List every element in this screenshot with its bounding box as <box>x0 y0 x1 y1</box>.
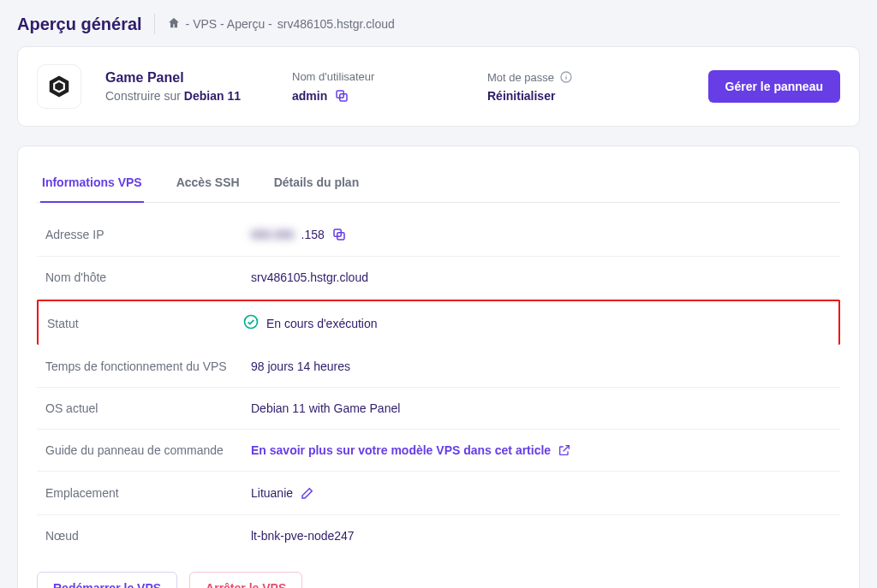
breadcrumb[interactable]: - VPS - Aperçu - srv486105.hstgr.cloud <box>167 16 395 33</box>
divider <box>154 14 155 34</box>
actions-row: Redémarrer le VPS Arrêter le VPS <box>37 572 840 588</box>
restart-button[interactable]: Redémarrer le VPS <box>37 572 177 588</box>
copy-username-icon[interactable] <box>334 88 349 104</box>
row-uptime: Temps de fonctionnement du VPS 98 jours … <box>37 346 840 388</box>
page-title: Aperçu général <box>17 15 142 34</box>
external-link-icon <box>558 443 571 457</box>
location-label: Emplacement <box>45 486 251 500</box>
guide-label: Guide du panneau de commande <box>45 443 251 457</box>
row-ip: Adresse IP 000.000.158 <box>37 213 840 257</box>
ip-label: Adresse IP <box>45 228 251 241</box>
ip-value: 000.000.158 <box>251 227 347 242</box>
manage-col: Gérer le panneau <box>708 70 840 103</box>
row-location: Emplacement Lituanie <box>37 472 840 515</box>
password-col: Mot de passe Réinitialiser <box>487 70 684 103</box>
username-label: Nom d'utilisateur <box>292 70 463 83</box>
node-label: Nœud <box>45 529 251 543</box>
info-list: Adresse IP 000.000.158 Nom d'hôte srv486… <box>37 213 840 556</box>
username-col: Nom d'utilisateur admin <box>292 70 463 104</box>
username-value: admin <box>292 88 463 104</box>
breadcrumb-host: srv486105.hstgr.cloud <box>277 17 395 31</box>
node-value: lt-bnk-pve-node247 <box>251 529 355 543</box>
tab-plan[interactable]: Détails du plan <box>272 163 361 203</box>
row-node: Nœud lt-bnk-pve-node247 <box>37 515 840 556</box>
panel-title: Game Panel <box>105 70 268 86</box>
tab-ssh[interactable]: Accès SSH <box>175 163 242 203</box>
home-icon[interactable] <box>167 16 181 33</box>
check-circle-icon <box>242 313 260 333</box>
row-status: Statut En cours d'exécution <box>37 300 840 345</box>
copy-ip-icon[interactable] <box>331 227 347 242</box>
tab-info[interactable]: Informations VPS <box>40 163 144 203</box>
info-icon[interactable] <box>559 70 573 84</box>
os-label: OS actuel <box>45 401 251 415</box>
tabs: Informations VPS Accès SSH Détails du pl… <box>37 163 840 203</box>
row-os: OS actuel Debian 11 with Game Panel <box>37 388 840 430</box>
panel-info-col: Game Panel Construire sur Debian 11 <box>105 70 268 103</box>
uptime-label: Temps de fonctionnement du VPS <box>45 359 251 373</box>
breadcrumb-text: - VPS - Aperçu - <box>186 17 272 31</box>
location-value: Lituanie <box>251 485 315 501</box>
page-header: Aperçu général - VPS - Aperçu - srv48610… <box>17 14 860 34</box>
panel-logo <box>37 64 81 109</box>
hexagon-icon <box>46 74 72 99</box>
stop-button[interactable]: Arrêter le VPS <box>189 572 302 588</box>
uptime-value: 98 jours 14 heures <box>251 359 350 373</box>
panel-subtitle: Construire sur Debian 11 <box>105 89 268 103</box>
row-guide: Guide du panneau de commande En savoir p… <box>37 430 840 472</box>
status-label: Statut <box>47 317 242 330</box>
svg-point-10 <box>245 316 258 329</box>
os-value: Debian 11 with Game Panel <box>251 401 400 415</box>
row-hostname: Nom d'hôte srv486105.hstgr.cloud <box>37 257 840 299</box>
manage-panel-button[interactable]: Gérer le panneau <box>708 70 840 103</box>
guide-value: En savoir plus sur votre modèle VPS dans… <box>251 443 571 457</box>
guide-link[interactable]: En savoir plus sur votre modèle VPS dans… <box>251 443 571 457</box>
hostname-label: Nom d'hôte <box>45 270 251 284</box>
edit-location-icon[interactable] <box>300 485 315 501</box>
hostname-value: srv486105.hstgr.cloud <box>251 270 368 284</box>
password-label: Mot de passe <box>487 70 684 84</box>
status-value: En cours d'exécution <box>242 313 378 333</box>
vps-details-card: Informations VPS Accès SSH Détails du pl… <box>17 146 860 588</box>
password-reset-link[interactable]: Réinitialiser <box>487 89 684 103</box>
panel-summary-card: Game Panel Construire sur Debian 11 Nom … <box>17 46 860 127</box>
